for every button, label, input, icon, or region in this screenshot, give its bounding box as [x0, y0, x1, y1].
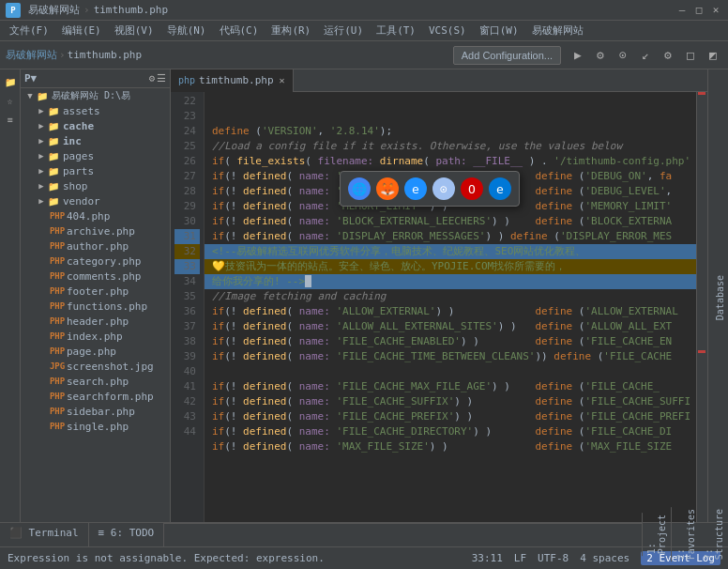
structure-side-tab[interactable]: 7: Structure	[700, 507, 728, 561]
terminal-tab[interactable]: ⬛ Terminal	[0, 523, 89, 546]
bookmarks-icon[interactable]: ☆	[2, 92, 19, 109]
cursor-position: 33:11	[472, 552, 503, 564]
tree-root[interactable]: ▼ 📁 易破解网站 D:\易	[21, 88, 170, 103]
close-button[interactable]: ✕	[709, 4, 722, 17]
todo-tab[interactable]: ≡ 6: TODO	[89, 523, 165, 546]
coverage-icon[interactable]: ⊙	[614, 46, 632, 65]
titlebar: P 易破解网站 › timthumb.php — □ ✕	[0, 0, 728, 21]
menu-edit[interactable]: 编辑(E)	[56, 22, 107, 39]
tree-file-page[interactable]: PHP page.php	[21, 344, 170, 359]
project-side-tab[interactable]: 1: Project	[642, 513, 671, 556]
tree-folder-parts[interactable]: ▶ 📁 parts	[21, 163, 170, 178]
project-panel-header: P▼ ⚙ ☰	[21, 69, 170, 88]
tree-folder-pages[interactable]: ▶ 📁 pages	[21, 148, 170, 163]
error-mark-mid	[698, 350, 705, 353]
tree-file-category[interactable]: PHP category.php	[21, 254, 170, 269]
favorites-side-tab[interactable]: 2: Favorites	[671, 507, 700, 561]
panel-icon-1[interactable]: ⚙	[148, 72, 155, 85]
menu-refactor[interactable]: 重构(R)	[265, 22, 316, 39]
line-ending: LF	[514, 552, 526, 564]
editor-tab-timthumb[interactable]: php timthumb.php ✕	[171, 69, 294, 92]
error-mark-top	[698, 92, 705, 95]
structure-icon[interactable]: ≡	[2, 111, 19, 128]
main-area: 📁 ☆ ≡ P▼ ⚙ ☰ ▼ 📁 易破解网站 D:\易 ▶ 📁 assets	[0, 69, 728, 522]
tab-php-icon: php	[178, 75, 195, 85]
maximize-button[interactable]: □	[692, 4, 705, 17]
window-controls: — □ ✕	[675, 4, 722, 17]
tree-file-searchform[interactable]: PHP searchform.php	[21, 389, 170, 404]
menu-vcs[interactable]: VCS(S)	[423, 23, 472, 38]
app-icon: P	[6, 3, 21, 18]
project-panel: P▼ ⚙ ☰ ▼ 📁 易破解网站 D:\易 ▶ 📁 assets ▶ 📁	[21, 69, 171, 522]
line-numbers: 22 23 24 25 26 27 28 29 30 31 32 33 34 3…	[171, 92, 205, 522]
tree-folder-inc[interactable]: ▶ 📁 inc	[21, 133, 170, 148]
add-configuration-button[interactable]: Add Configuration...	[453, 46, 561, 65]
tree-file-footer[interactable]: PHP footer.php	[21, 284, 170, 299]
editor-tabs: php timthumb.php ✕	[171, 69, 707, 92]
toolbar-run-icons: ▶ ⚙ ⊙ ↙ ⚙ □ ◩	[569, 46, 722, 65]
menu-view[interactable]: 视图(V)	[109, 22, 159, 39]
toolbar: 易破解网站 › timthumb.php Add Configuration..…	[0, 41, 728, 69]
safari-icon[interactable]: ⊙	[432, 177, 455, 200]
tree-folder-shop[interactable]: ▶ 📁 shop	[21, 178, 170, 193]
panel-icons: ⚙ ☰	[148, 72, 166, 85]
toolbar-breadcrumb: 易破解网站 › timthumb.php	[6, 48, 142, 62]
split-icon[interactable]: ◩	[704, 46, 722, 65]
title-site: 易破解网站	[28, 3, 80, 17]
indent-spaces: 4 spaces	[580, 552, 629, 564]
minimize-button[interactable]: —	[675, 4, 689, 17]
tree-folder-cache[interactable]: ▶ 📁 cache	[21, 118, 170, 133]
profile-icon[interactable]: ↙	[636, 46, 655, 65]
menubar: 文件(F) 编辑(E) 视图(V) 导航(N) 代码(C) 重构(R) 运行(U…	[0, 21, 728, 41]
right-panel-tabs: Database	[707, 69, 728, 522]
settings-icon[interactable]: ⚙	[659, 46, 677, 65]
tree-file-sidebar[interactable]: PHP sidebar.php	[21, 404, 170, 419]
database-tab[interactable]: Database	[712, 269, 728, 326]
debug-icon[interactable]: ⚙	[591, 46, 610, 65]
tree-file-index[interactable]: PHP index.php	[21, 329, 170, 344]
breadcrumb-site[interactable]: 易破解网站	[6, 48, 57, 62]
menu-window[interactable]: 窗口(W)	[474, 22, 524, 39]
tree-folder-vendor[interactable]: ▶ 📁 vendor	[21, 193, 170, 208]
title-breadcrumb: 易破解网站 › timthumb.php	[28, 3, 668, 17]
opera-icon[interactable]: O	[461, 177, 483, 200]
project-title: P▼	[24, 72, 37, 85]
tree-file-header[interactable]: PHP header.php	[21, 314, 170, 329]
right-gutter	[696, 92, 707, 522]
title-sep: ›	[83, 4, 90, 16]
panel-icon-2[interactable]: ☰	[157, 72, 166, 85]
editor-area: php timthumb.php ✕ 22 23 24 25 26 27 28 …	[171, 69, 707, 522]
code-content[interactable]: define ('VERSION', '2.8.14'); //Load a c…	[205, 92, 696, 522]
tree-folder-assets[interactable]: ▶ 📁 assets	[21, 103, 170, 118]
chrome-icon[interactable]: 🌐	[348, 177, 371, 200]
status-message: Expression is not assignable. Expected: …	[8, 552, 464, 564]
menu-navigate[interactable]: 导航(N)	[161, 22, 212, 39]
firefox-icon[interactable]: 🦊	[376, 177, 399, 200]
layout-icon[interactable]: □	[681, 46, 700, 65]
menu-file[interactable]: 文件(F)	[4, 22, 54, 39]
tree-file-screenshot[interactable]: JPG screenshot.jpg	[21, 359, 170, 374]
title-file: timthumb.php	[94, 4, 168, 16]
edge-icon[interactable]: e	[489, 177, 511, 200]
tree-file-comments[interactable]: PHP comments.php	[21, 269, 170, 284]
menu-code[interactable]: 代码(C)	[214, 22, 265, 39]
tree-file-archive[interactable]: PHP archive.php	[21, 223, 170, 238]
tree-file-single[interactable]: PHP single.php	[21, 419, 170, 434]
encoding: UTF-8	[538, 552, 569, 564]
tree-file-search[interactable]: PHP search.php	[21, 374, 170, 389]
menu-run[interactable]: 运行(U)	[318, 22, 369, 39]
left-panel-tabs: 📁 ☆ ≡	[0, 69, 21, 522]
tree-file-functions[interactable]: PHP functions.php	[21, 299, 170, 314]
project-tab-icon[interactable]: 📁	[2, 73, 19, 90]
code-editor[interactable]: 22 23 24 25 26 27 28 29 30 31 32 33 34 3…	[171, 92, 707, 522]
menu-tools[interactable]: 工具(T)	[371, 22, 421, 39]
run-icon[interactable]: ▶	[569, 46, 587, 65]
breadcrumb-file[interactable]: timthumb.php	[68, 49, 142, 61]
project-tree: ▼ 📁 易破解网站 D:\易 ▶ 📁 assets ▶ 📁 cache ▶ 📁 …	[21, 88, 170, 522]
tab-label: timthumb.php	[199, 74, 273, 86]
menu-site[interactable]: 易破解网站	[526, 22, 589, 39]
tab-close-button[interactable]: ✕	[280, 75, 285, 85]
ie-icon[interactable]: e	[404, 177, 427, 200]
tree-file-author[interactable]: PHP author.php	[21, 238, 170, 254]
tree-file-404[interactable]: PHP 404.php	[21, 208, 170, 223]
